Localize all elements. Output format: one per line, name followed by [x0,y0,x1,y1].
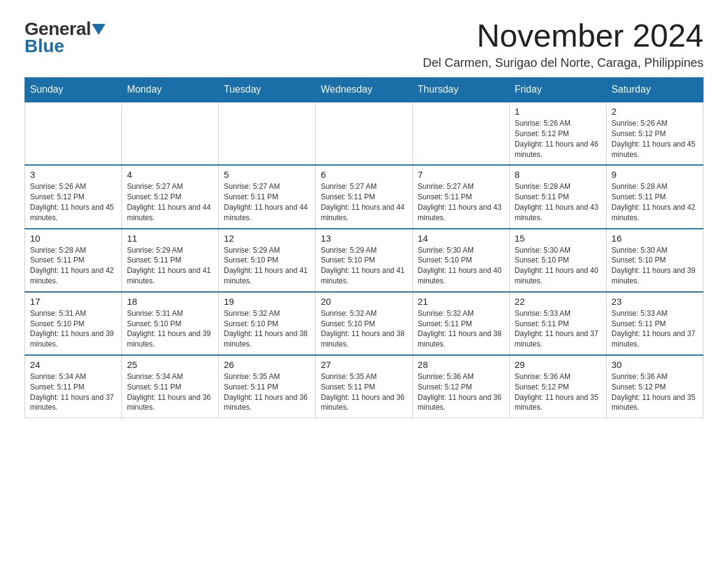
logo-triangle-icon [92,24,105,35]
day-info: Sunrise: 5:28 AM Sunset: 5:11 PM Dayligh… [515,182,601,223]
calendar-cell-3-1: 10Sunrise: 5:28 AM Sunset: 5:11 PM Dayli… [25,229,122,292]
calendar-cell-4-2: 18Sunrise: 5:31 AM Sunset: 5:10 PM Dayli… [122,292,219,355]
weekday-header-friday: Friday [509,78,606,102]
week-row-2: 3Sunrise: 5:26 AM Sunset: 5:12 PM Daylig… [25,165,703,228]
day-info: Sunrise: 5:35 AM Sunset: 5:11 PM Dayligh… [320,372,407,413]
day-number: 19 [224,296,310,307]
day-info: Sunrise: 5:30 AM Sunset: 5:10 PM Dayligh… [418,245,504,286]
calendar-cell-5-6: 29Sunrise: 5:36 AM Sunset: 5:12 PM Dayli… [509,355,606,418]
day-number: 6 [320,169,407,180]
day-number: 5 [224,169,310,180]
page-header: General Blue November 2024 Del Carmen, S… [25,18,703,70]
day-number: 20 [320,296,407,307]
day-info: Sunrise: 5:33 AM Sunset: 5:11 PM Dayligh… [612,308,698,350]
day-number: 23 [612,296,698,307]
calendar-cell-5-4: 27Sunrise: 5:35 AM Sunset: 5:11 PM Dayli… [316,355,412,418]
day-number: 16 [612,233,698,243]
day-number: 12 [224,233,310,243]
calendar-cell-2-3: 5Sunrise: 5:27 AM Sunset: 5:11 PM Daylig… [219,165,316,228]
day-number: 7 [418,169,504,180]
logo: General Blue [25,18,105,55]
day-info: Sunrise: 5:36 AM Sunset: 5:12 PM Dayligh… [418,372,504,413]
title-block: November 2024 Del Carmen, Surigao del No… [423,18,703,70]
day-info: Sunrise: 5:26 AM Sunset: 5:12 PM Dayligh… [30,182,116,223]
week-row-1: 1Sunrise: 5:26 AM Sunset: 5:12 PM Daylig… [25,102,703,165]
day-number: 29 [515,359,601,370]
weekday-header-wednesday: Wednesday [316,78,412,102]
day-info: Sunrise: 5:32 AM Sunset: 5:10 PM Dayligh… [224,308,310,350]
day-info: Sunrise: 5:31 AM Sunset: 5:10 PM Dayligh… [30,308,116,350]
day-info: Sunrise: 5:29 AM Sunset: 5:10 PM Dayligh… [320,245,407,286]
calendar-cell-1-6: 1Sunrise: 5:26 AM Sunset: 5:12 PM Daylig… [509,102,606,165]
calendar-cell-1-3 [219,102,316,165]
day-number: 24 [30,359,116,370]
calendar-cell-4-5: 21Sunrise: 5:32 AM Sunset: 5:11 PM Dayli… [412,292,509,355]
day-number: 13 [320,233,407,243]
day-number: 9 [612,169,698,180]
calendar-cell-4-6: 22Sunrise: 5:33 AM Sunset: 5:11 PM Dayli… [509,292,606,355]
day-number: 3 [30,169,116,180]
day-info: Sunrise: 5:34 AM Sunset: 5:11 PM Dayligh… [30,372,116,413]
day-info: Sunrise: 5:28 AM Sunset: 5:11 PM Dayligh… [30,245,116,286]
calendar-cell-2-6: 8Sunrise: 5:28 AM Sunset: 5:11 PM Daylig… [509,165,606,228]
weekday-header-tuesday: Tuesday [219,78,316,102]
day-number: 11 [127,233,213,243]
calendar-cell-4-4: 20Sunrise: 5:32 AM Sunset: 5:10 PM Dayli… [316,292,412,355]
calendar-cell-1-7: 2Sunrise: 5:26 AM Sunset: 5:12 PM Daylig… [606,102,703,165]
day-number: 10 [30,233,116,243]
day-number: 4 [127,169,213,180]
day-info: Sunrise: 5:27 AM Sunset: 5:11 PM Dayligh… [224,182,310,223]
calendar-cell-3-4: 13Sunrise: 5:29 AM Sunset: 5:10 PM Dayli… [316,229,412,292]
calendar-cell-2-7: 9Sunrise: 5:28 AM Sunset: 5:11 PM Daylig… [606,165,703,228]
week-row-5: 24Sunrise: 5:34 AM Sunset: 5:11 PM Dayli… [25,355,703,418]
day-number: 18 [127,296,213,307]
day-info: Sunrise: 5:33 AM Sunset: 5:11 PM Dayligh… [515,308,601,350]
weekday-header-thursday: Thursday [412,78,509,102]
calendar-cell-4-3: 19Sunrise: 5:32 AM Sunset: 5:10 PM Dayli… [219,292,316,355]
day-number: 30 [612,359,698,370]
day-number: 28 [418,359,504,370]
day-info: Sunrise: 5:28 AM Sunset: 5:11 PM Dayligh… [612,182,698,223]
day-info: Sunrise: 5:27 AM Sunset: 5:11 PM Dayligh… [418,182,504,223]
calendar-cell-2-1: 3Sunrise: 5:26 AM Sunset: 5:12 PM Daylig… [25,165,122,228]
calendar-cell-5-1: 24Sunrise: 5:34 AM Sunset: 5:11 PM Dayli… [25,355,122,418]
day-info: Sunrise: 5:36 AM Sunset: 5:12 PM Dayligh… [612,372,698,413]
weekday-header-sunday: Sunday [25,78,122,102]
day-info: Sunrise: 5:26 AM Sunset: 5:12 PM Dayligh… [612,118,698,159]
day-number: 21 [418,296,504,307]
day-number: 2 [612,106,698,117]
week-row-3: 10Sunrise: 5:28 AM Sunset: 5:11 PM Dayli… [25,229,703,292]
calendar-cell-5-3: 26Sunrise: 5:35 AM Sunset: 5:11 PM Dayli… [219,355,316,418]
day-info: Sunrise: 5:31 AM Sunset: 5:10 PM Dayligh… [127,308,213,350]
weekday-header-saturday: Saturday [606,78,703,102]
calendar-cell-3-6: 15Sunrise: 5:30 AM Sunset: 5:10 PM Dayli… [509,229,606,292]
week-row-4: 17Sunrise: 5:31 AM Sunset: 5:10 PM Dayli… [25,292,703,355]
logo-blue-text: Blue [25,37,64,55]
calendar-cell-5-5: 28Sunrise: 5:36 AM Sunset: 5:12 PM Dayli… [412,355,509,418]
day-number: 15 [515,233,601,243]
calendar-cell-3-2: 11Sunrise: 5:29 AM Sunset: 5:11 PM Dayli… [122,229,219,292]
weekday-header-monday: Monday [122,78,219,102]
svg-marker-0 [92,24,105,35]
day-info: Sunrise: 5:30 AM Sunset: 5:10 PM Dayligh… [612,245,698,286]
weekday-header-row: SundayMondayTuesdayWednesdayThursdayFrid… [25,78,703,102]
calendar-cell-4-1: 17Sunrise: 5:31 AM Sunset: 5:10 PM Dayli… [25,292,122,355]
day-number: 22 [515,296,601,307]
day-info: Sunrise: 5:29 AM Sunset: 5:11 PM Dayligh… [127,245,213,286]
day-number: 25 [127,359,213,370]
day-info: Sunrise: 5:34 AM Sunset: 5:11 PM Dayligh… [127,372,213,413]
day-info: Sunrise: 5:36 AM Sunset: 5:12 PM Dayligh… [515,372,601,413]
day-number: 1 [515,106,601,117]
day-info: Sunrise: 5:32 AM Sunset: 5:10 PM Dayligh… [320,308,407,350]
day-info: Sunrise: 5:27 AM Sunset: 5:11 PM Dayligh… [320,182,407,223]
month-year-title: November 2024 [423,18,703,53]
calendar-cell-1-1 [25,102,122,165]
calendar-cell-1-5 [412,102,509,165]
day-info: Sunrise: 5:32 AM Sunset: 5:11 PM Dayligh… [418,308,504,350]
calendar-cell-3-3: 12Sunrise: 5:29 AM Sunset: 5:10 PM Dayli… [219,229,316,292]
calendar-cell-1-2 [122,102,219,165]
calendar-cell-2-2: 4Sunrise: 5:27 AM Sunset: 5:12 PM Daylig… [122,165,219,228]
day-info: Sunrise: 5:27 AM Sunset: 5:12 PM Dayligh… [127,182,213,223]
day-info: Sunrise: 5:35 AM Sunset: 5:11 PM Dayligh… [224,372,310,413]
day-number: 8 [515,169,601,180]
